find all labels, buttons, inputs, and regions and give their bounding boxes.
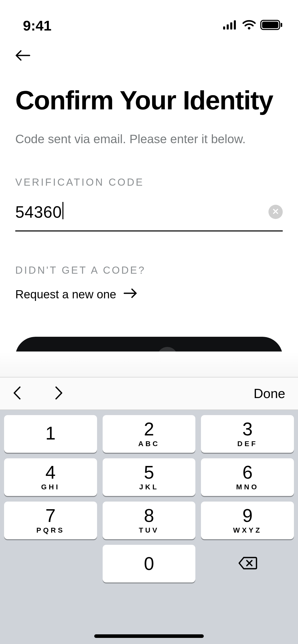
field-label: VERIFICATION CODE (15, 177, 283, 188)
page-subtitle: Code sent via email. Please enter it bel… (15, 132, 283, 146)
keyboard-next-button[interactable] (55, 386, 64, 401)
key-9[interactable]: 9WXYZ (201, 502, 294, 539)
key-letters: MNO (236, 483, 259, 491)
key-2[interactable]: 2ABC (103, 415, 196, 453)
wifi-icon (242, 20, 256, 31)
back-button[interactable] (15, 48, 31, 64)
arrow-left-icon (15, 50, 31, 62)
status-bar: 9:41 (0, 0, 298, 38)
cellular-icon (223, 20, 238, 31)
header (0, 38, 298, 64)
battery-icon (260, 20, 283, 31)
key-digit: 7 (45, 506, 56, 525)
key-letters: PQRS (36, 526, 65, 534)
keyboard-shadow (0, 352, 298, 377)
key-8[interactable]: 8TUV (103, 502, 196, 539)
svg-rect-0 (223, 26, 225, 30)
key-digit: 8 (144, 506, 154, 525)
key-0[interactable]: 0 (103, 545, 196, 582)
key-digit: 0 (144, 554, 154, 573)
page-title: Confirm Your Identity (15, 86, 283, 114)
keyboard-nav (8, 386, 64, 401)
svg-point-4 (248, 27, 250, 30)
resend-link-text: Request a new one (15, 287, 116, 301)
key-digit: 1 (45, 424, 56, 442)
resend-label: DIDN'T GET A CODE? (15, 265, 283, 276)
clear-input-button[interactable] (268, 205, 283, 219)
key-digit: 9 (242, 506, 253, 525)
key-4[interactable]: 4GHI (4, 458, 97, 496)
delete-icon (238, 556, 258, 571)
status-icons (223, 20, 283, 31)
key-5[interactable]: 5JKL (103, 458, 196, 496)
svg-rect-6 (262, 22, 278, 28)
text-caret (62, 202, 63, 219)
key-digit: 3 (242, 420, 253, 438)
key-letters: TUV (139, 526, 159, 534)
key-letters: WXYZ (233, 526, 262, 534)
verification-code-field[interactable]: 54360 (15, 202, 283, 231)
key-letters: ABC (138, 440, 160, 448)
key-digit: 5 (144, 463, 154, 481)
request-new-code-link[interactable]: Request a new one (15, 287, 283, 301)
key-backspace[interactable] (201, 545, 294, 582)
key-digit: 4 (45, 463, 56, 481)
numeric-keypad: 1 2ABC 3DEF 4GHI 5JKL 6MNO 7PQRS 8TUV 9W… (0, 410, 298, 644)
content: Confirm Your Identity Code sent via emai… (0, 64, 298, 377)
arrow-right-icon (123, 287, 138, 301)
key-6[interactable]: 6MNO (201, 458, 294, 496)
status-time: 9:41 (23, 17, 51, 34)
svg-rect-2 (230, 22, 232, 30)
code-value: 54360 (15, 203, 62, 221)
verification-code-input[interactable]: 54360 (15, 202, 268, 222)
keyboard-done-button[interactable]: Done (254, 386, 285, 401)
key-letters: GHI (41, 483, 60, 491)
home-indicator[interactable] (94, 634, 204, 638)
key-digit: 6 (242, 463, 253, 481)
xmark-circle-icon (272, 208, 279, 216)
svg-rect-1 (227, 24, 229, 30)
key-digit: 2 (144, 420, 154, 438)
svg-rect-7 (281, 23, 282, 27)
key-letters: DEF (237, 440, 258, 448)
keyboard-prev-button[interactable] (12, 386, 21, 401)
key-7[interactable]: 7PQRS (4, 502, 97, 539)
keyboard: Done 1 2ABC 3DEF 4GHI 5JKL 6MNO 7PQRS 8T… (0, 352, 298, 644)
keyboard-toolbar: Done (0, 377, 298, 410)
svg-rect-3 (234, 20, 236, 30)
key-3[interactable]: 3DEF (201, 415, 294, 453)
key-1[interactable]: 1 (4, 415, 97, 453)
key-letters: JKL (139, 483, 159, 491)
key-blank (4, 545, 97, 582)
